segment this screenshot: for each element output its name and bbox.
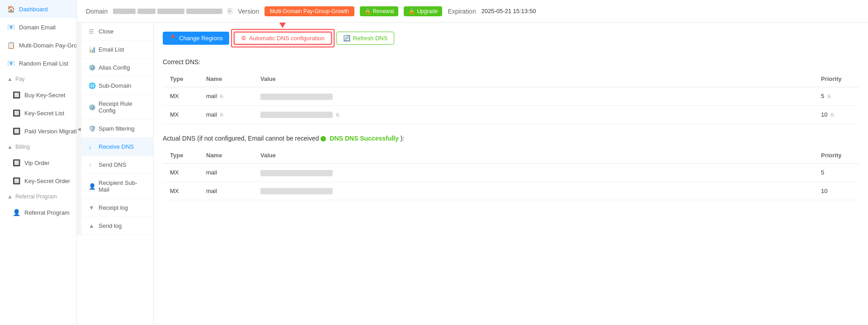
correct-dns-row1-priority: 5 ⎘ (814, 87, 859, 106)
buy-key-secret-icon: 🔲 (13, 91, 20, 99)
upgrade-icon: 🔒 (408, 8, 415, 14)
dns-status-badge: DNS DNS Successfully (330, 135, 399, 142)
secondary-nav-close[interactable]: ☰ Close (81, 23, 153, 41)
secondary-nav-spam-filtering[interactable]: 🛡️ Spam filtering (81, 120, 153, 138)
expiration-label: Expiration (448, 8, 476, 15)
random-email-icon: 📧 (7, 60, 14, 67)
sidebar-item-vip-order[interactable]: 🔲 Vip Order (0, 154, 76, 172)
table-row: MX mail ⎘ ⎘ 10 ⎘ (163, 105, 859, 124)
correct-dns-row2-value: ⎘ (253, 105, 814, 124)
content-area: ◀ ☰ Close 📊 Email List ⚙️ Alias Config (77, 23, 868, 325)
spam-filtering-icon: 🛡️ (89, 125, 95, 132)
main-area: Domain ⎘ Version Multi-Domain Pay-Group-… (77, 0, 868, 325)
secondary-sidebar: ◀ ☰ Close 📊 Email List ⚙️ Alias Config (77, 23, 154, 325)
correct-dns-row2-type: MX (163, 105, 199, 124)
sidebar-item-dashboard[interactable]: 🏠 Dashboard (0, 0, 76, 18)
sidebar-item-random-email[interactable]: 📧 Random Email List (0, 54, 76, 72)
secondary-nav-receive-dns[interactable]: ↓ Receive DNS (81, 138, 153, 156)
correct-dns-row2-name: mail ⎘ (199, 105, 253, 124)
actual-dns-col-priority: Priority (814, 147, 859, 164)
receipt-log-icon: ▼ (89, 204, 95, 211)
secondary-nav-send-dns[interactable]: ↑ Send DNS (81, 156, 153, 174)
actual-dns-col-name: Name (199, 147, 253, 164)
change-regions-button[interactable]: 📍 Change Regions (163, 32, 229, 45)
menu-icon: ☰ (89, 28, 95, 35)
send-log-icon: ▲ (89, 222, 95, 229)
correct-dns-col-name: Name (199, 71, 253, 87)
dashboard-icon: 🏠 (7, 5, 14, 13)
table-row: MX mail ⎘ 5 ⎘ (163, 87, 859, 106)
lock-icon: 🔒 (364, 8, 371, 14)
upgrade-button[interactable]: 🔒 Upgrade (404, 6, 442, 16)
renewal-button[interactable]: 🔒 Renewal (360, 6, 399, 16)
correct-dns-row1-name: mail ⎘ (199, 87, 253, 106)
refresh-icon: 🔄 (343, 35, 350, 42)
location-icon: 📍 (169, 35, 176, 42)
expiration-date: 2025-05-21 15:13:50 (481, 8, 536, 14)
table-row: MX mail 10 (163, 182, 859, 200)
sidebar-collapse-btn[interactable]: ◀ (77, 23, 81, 235)
alias-config-icon: ⚙️ (89, 64, 95, 71)
domain-label: Domain (86, 8, 108, 15)
copy-icon[interactable]: ⎘ (831, 112, 834, 118)
auto-dns-wrapper: ⚙ Automatic DNS configuration (234, 32, 332, 45)
sidebar-item-key-secret-list[interactable]: 🔲 Key-Secret List (0, 104, 76, 122)
domain-email-icon: 📧 (7, 24, 14, 31)
actual-dns-row1-name: mail (199, 164, 253, 182)
actual-dns-row1-priority: 5 (814, 164, 859, 182)
correct-dns-row2-priority: 10 ⎘ (814, 105, 859, 124)
secondary-nav-send-log[interactable]: ▲ Send log (81, 217, 153, 235)
secondary-nav-email-list[interactable]: 📊 Email List (81, 41, 153, 59)
copy-icon[interactable]: ⎘ (828, 94, 831, 99)
header-bar: Domain ⎘ Version Multi-Domain Pay-Group-… (77, 0, 868, 23)
sidebar-item-referral-program[interactable]: 👤 Referral Program (0, 203, 76, 221)
correct-dns-section: Correct DNS: Type Name Value Priority MX (163, 58, 859, 124)
copy-domain-icon[interactable]: ⎘ (228, 7, 232, 15)
copy-icon[interactable]: ⎘ (336, 112, 340, 118)
email-list-icon: 📊 (89, 46, 95, 53)
vip-order-icon: 🔲 (13, 159, 20, 166)
secondary-nav-recipient-sub-mail[interactable]: 👤 Recipient Sub-Mail (81, 174, 153, 199)
key-secret-list-icon: 🔲 (13, 109, 20, 117)
version-label: Version (238, 8, 259, 15)
billing-section-icon: ▲ (7, 144, 13, 150)
sidebar-item-domain-email[interactable]: 📧 Domain Email (0, 18, 76, 36)
referral-program-icon: 👤 (13, 209, 20, 216)
secondary-nav-receipt-rule[interactable]: ⚙️ Receipt Rule Config (81, 95, 153, 120)
sidebar-item-key-secret-order[interactable]: 🔲 Key-Secret Order (0, 172, 76, 190)
actual-dns-row2-value (253, 182, 814, 200)
red-arrow-annotation (279, 23, 286, 28)
sidebar-item-paid-version[interactable]: 🔲 Paid Version Migration (0, 122, 76, 140)
pay-section[interactable]: ▲ Pay (0, 72, 76, 86)
copy-icon[interactable]: ⎘ (220, 112, 223, 118)
domain-value (113, 9, 222, 14)
sidebar-item-multi-domain[interactable]: 📋 Multi-Domain Pay-Group (0, 36, 76, 54)
send-dns-icon: ↑ (89, 161, 95, 168)
action-bar: 📍 Change Regions ⚙ Automatic DNS configu… (163, 32, 859, 45)
actual-dns-row1-type: MX (163, 164, 199, 182)
sidebar-item-buy-key-secret[interactable]: 🔲 Buy Key-Secret (0, 86, 76, 104)
sub-domain-icon: 🌐 (89, 82, 95, 89)
secondary-nav-sub-domain[interactable]: 🌐 Sub-Domain (81, 77, 153, 95)
referral-section[interactable]: ▲ Referral Program (0, 190, 76, 203)
secondary-nav-receipt-log[interactable]: ▼ Receipt log (81, 199, 153, 217)
actual-dns-row2-priority: 10 (814, 182, 859, 200)
secondary-nav-alias-config[interactable]: ⚙️ Alias Config (81, 59, 153, 77)
correct-dns-row1-value (253, 87, 814, 106)
auto-dns-button[interactable]: ⚙ Automatic DNS configuration (234, 32, 332, 45)
actual-dns-row2-name: mail (199, 182, 253, 200)
billing-section[interactable]: ▲ Billing (0, 140, 76, 154)
table-row: MX mail 5 (163, 164, 859, 182)
referral-section-icon: ▲ (7, 193, 13, 200)
left-sidebar: 🏠 Dashboard 📧 Domain Email 📋 Multi-Domai… (0, 0, 77, 325)
correct-dns-table: Type Name Value Priority MX mail ⎘ 5 ⎘ (163, 71, 859, 124)
refresh-dns-button[interactable]: 🔄 Refresh DNS (336, 32, 395, 45)
page-content: 📍 Change Regions ⚙ Automatic DNS configu… (154, 23, 868, 325)
correct-dns-title: Correct DNS: (163, 58, 859, 66)
correct-dns-col-value: Value (253, 71, 814, 87)
pay-section-icon: ▲ (7, 76, 13, 82)
receipt-rule-icon: ⚙️ (89, 104, 95, 111)
dns-success-dot (321, 136, 326, 141)
actual-dns-row1-value (253, 164, 814, 182)
copy-icon[interactable]: ⎘ (220, 94, 223, 99)
